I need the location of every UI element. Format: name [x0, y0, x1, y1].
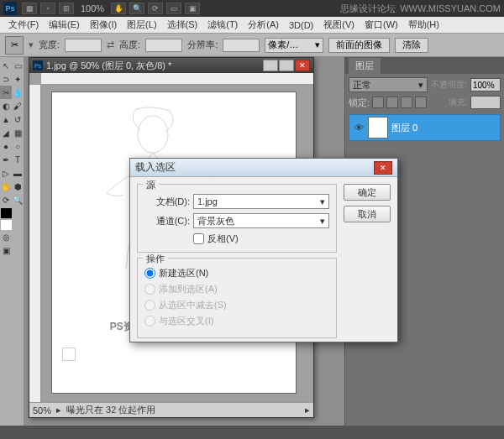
zoom-status[interactable]: 50%	[33, 405, 51, 415]
source-fieldset: 源 文档(D): 1.jpg▾ 通道(C): 背景灰色▾ 反相(V)	[137, 184, 337, 253]
hand-tool[interactable]: ✋	[0, 180, 12, 193]
front-image-button[interactable]: 前面的图像	[328, 38, 390, 53]
fill-value[interactable]: 100%	[470, 96, 501, 109]
brush-tool[interactable]: 🖌	[12, 99, 24, 112]
lasso-tool[interactable]: ⊃	[0, 72, 12, 86]
menu-image[interactable]: 图像(I)	[85, 17, 122, 33]
eraser-tool[interactable]: ◢	[0, 126, 12, 139]
minimize-button[interactable]: —	[263, 60, 278, 71]
bridge-icon[interactable]: ▦	[22, 3, 37, 14]
units-dropdown[interactable]: 像素/…▾	[265, 38, 323, 53]
resolution-input[interactable]	[223, 39, 260, 52]
bg-color[interactable]	[1, 220, 13, 230]
channel-dropdown[interactable]: 背景灰色▾	[193, 213, 329, 228]
intersect-selection-radio	[144, 316, 155, 327]
lock-all-icon[interactable]	[415, 97, 427, 108]
gradient-tool[interactable]: ▦	[12, 126, 24, 139]
chevron-down-icon[interactable]: ▾	[29, 39, 34, 50]
app-topbar: Ps ▦ ▫ ⊞ 100% ✋ 🔍 ⟳ ▭ ▣ 思缘设计论坛 WWW.MISSY…	[0, 0, 504, 17]
layer-name[interactable]: 图层 0	[391, 122, 417, 134]
ps-icon: Ps	[33, 60, 43, 71]
fg-color[interactable]	[1, 208, 13, 218]
dialog-title: 载入选区	[135, 160, 176, 175]
quickmask-tool[interactable]: ◎	[0, 230, 12, 243]
menu-file[interactable]: 文件(F)	[3, 17, 44, 33]
lock-position-icon[interactable]	[401, 97, 412, 108]
layers-tab[interactable]: 图层	[349, 58, 381, 74]
layout-icon[interactable]: ⊞	[59, 3, 74, 14]
operation-legend: 操作	[143, 253, 168, 265]
marquee-tool[interactable]: ▭	[12, 59, 24, 72]
healing-tool[interactable]: ◐	[0, 99, 12, 112]
path-tool[interactable]: ▷	[0, 166, 12, 180]
clear-button[interactable]: 清除	[395, 38, 428, 53]
menu-select[interactable]: 选择(S)	[162, 17, 203, 33]
chevron-down-icon: ▾	[320, 196, 325, 207]
lock-transparent-icon[interactable]	[372, 97, 384, 108]
height-input[interactable]	[145, 39, 182, 52]
current-tool-icon[interactable]: ✂	[5, 36, 24, 55]
wand-tool[interactable]: ✦	[12, 72, 24, 86]
dodge-tool[interactable]: ○	[12, 139, 24, 153]
width-label: 宽度:	[39, 39, 60, 51]
menu-window[interactable]: 窗口(W)	[360, 17, 403, 33]
screen-mode-tool[interactable]: ▣	[0, 243, 12, 257]
stamp-tool[interactable]: ▲	[0, 112, 12, 126]
swap-icon[interactable]: ⇄	[107, 39, 114, 50]
svg-point-0	[138, 116, 168, 153]
rotate-icon[interactable]: ⟳	[148, 3, 163, 14]
move-tool[interactable]: ↖	[0, 59, 12, 72]
resolution-label: 分辨率:	[187, 39, 218, 51]
blend-mode-dropdown[interactable]: 正常▾	[349, 77, 428, 92]
ruler-vertical[interactable]	[29, 85, 41, 402]
lock-pixels-icon[interactable]	[386, 97, 398, 108]
3d-tool[interactable]: ⬢	[12, 180, 24, 193]
invert-checkbox[interactable]	[193, 233, 204, 244]
hand-icon[interactable]: ✋	[111, 3, 126, 14]
dialog-titlebar[interactable]: 载入选区 ✕	[130, 159, 397, 177]
shape-tool[interactable]: ▬	[12, 166, 24, 180]
blur-tool[interactable]: ●	[0, 139, 12, 153]
pen-tool[interactable]: ✒	[0, 153, 12, 166]
lock-label: 锁定:	[349, 97, 370, 109]
layer-row[interactable]: 👁 图层 0	[349, 114, 501, 141]
opacity-value[interactable]: 100%	[470, 78, 501, 91]
maximize-button[interactable]: □	[279, 60, 294, 71]
zoom-tool[interactable]: 🔍	[12, 193, 24, 206]
new-selection-radio[interactable]	[144, 268, 155, 279]
ok-button[interactable]: 确定	[344, 184, 391, 201]
arrange-icon[interactable]: ▭	[166, 3, 181, 14]
eyedropper-tool[interactable]: 💧	[12, 86, 24, 99]
menu-layer[interactable]: 图层(L)	[122, 17, 161, 33]
history-brush-tool[interactable]: ↺	[12, 112, 24, 126]
menu-3d[interactable]: 3D(D)	[284, 18, 318, 32]
layer-thumbnail[interactable]	[368, 117, 388, 138]
ruler-horizontal[interactable]	[41, 73, 313, 85]
crop-tool[interactable]: ✂	[0, 86, 12, 99]
zoom-value[interactable]: 100%	[81, 3, 104, 13]
zoom-icon[interactable]: 🔍	[129, 3, 144, 14]
cancel-button[interactable]: 取消	[344, 206, 391, 222]
rotate-tool[interactable]: ⟳	[0, 193, 12, 206]
status-menu-icon[interactable]: ▸	[305, 405, 310, 415]
screen-icon[interactable]: ▣	[185, 3, 200, 14]
app-statusbar	[0, 426, 504, 439]
dialog-close-button[interactable]: ✕	[374, 161, 392, 175]
close-button[interactable]: ✕	[295, 60, 310, 71]
width-input[interactable]	[65, 39, 102, 52]
visibility-icon[interactable]: 👁	[353, 122, 365, 133]
type-tool[interactable]: T	[12, 153, 24, 166]
minibridge-icon[interactable]: ▫	[40, 3, 55, 14]
menu-analysis[interactable]: 分析(A)	[243, 17, 284, 33]
status-arrow-icon[interactable]: ▸	[56, 405, 61, 415]
menu-help[interactable]: 帮助(H)	[403, 17, 444, 33]
channel-label: 通道(C):	[144, 215, 190, 227]
panel-tabs: 图层	[345, 57, 504, 74]
seal-stamp	[62, 348, 76, 361]
subtract-selection-radio	[144, 300, 155, 311]
document-dropdown[interactable]: 1.jpg▾	[193, 194, 329, 209]
menu-edit[interactable]: 编辑(E)	[44, 17, 85, 33]
menu-view[interactable]: 视图(V)	[318, 17, 360, 33]
document-titlebar[interactable]: Ps 1.jpg @ 50% (图层 0, 灰色/8) * — □ ✕	[29, 58, 313, 73]
menu-filter[interactable]: 滤镜(T)	[202, 17, 243, 33]
